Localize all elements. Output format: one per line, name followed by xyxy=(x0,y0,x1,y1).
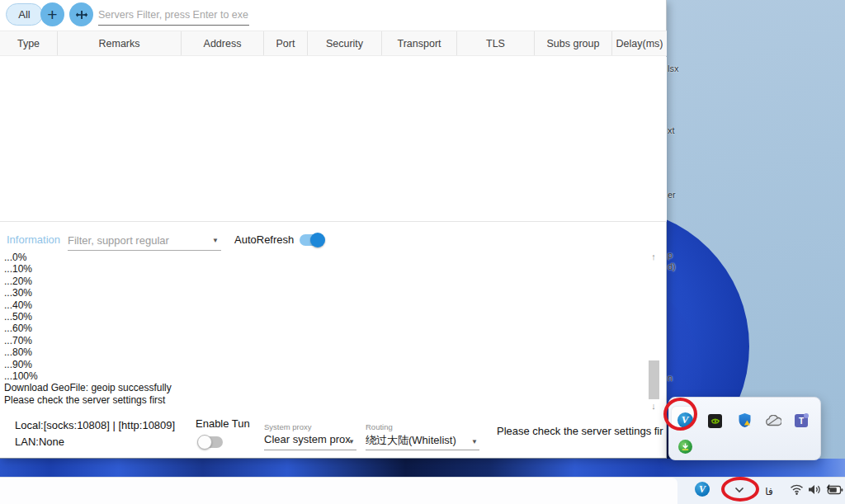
log-line: ...80% xyxy=(4,346,644,358)
column-header[interactable]: Security xyxy=(308,31,382,55)
log-line: ...60% xyxy=(4,323,644,334)
idm-icon[interactable] xyxy=(674,436,696,457)
adjust-columns-button[interactable] xyxy=(69,2,93,26)
log-line: ...40% xyxy=(4,299,644,311)
desktop-icon-label: n xyxy=(668,373,673,383)
column-header[interactable]: Delay(ms) xyxy=(612,31,667,55)
chevron-down-icon: ▼ xyxy=(212,237,219,244)
log-line: ...30% xyxy=(4,287,644,299)
autorefresh-label: AutoRefresh xyxy=(234,233,294,246)
scrollbar-down-arrow[interactable]: ↓ xyxy=(646,399,661,412)
server-list-empty[interactable] xyxy=(0,57,667,221)
teams-icon[interactable]: T xyxy=(791,410,812,431)
all-button-label: All xyxy=(18,8,30,21)
log-line: Download GeoFile: geoip successfully xyxy=(4,382,644,393)
routing-value: 绕过大陆(Whitelist) xyxy=(366,433,456,448)
taskbar-left-section xyxy=(0,478,677,504)
log-line: ...0% xyxy=(4,252,644,263)
system-proxy-value: Clear system prox xyxy=(264,433,351,445)
table-header-row: TypeRemarksAddressPortSecurityTransportT… xyxy=(0,31,667,56)
log-line: Please check the server settings first xyxy=(4,394,644,406)
onedrive-icon[interactable] xyxy=(762,410,784,431)
battery-icon[interactable] xyxy=(826,484,844,496)
taskbar xyxy=(0,477,845,504)
language-indicator[interactable]: فا xyxy=(762,485,777,497)
enable-tun-toggle[interactable] xyxy=(197,435,224,450)
routing-label: Routing xyxy=(366,422,393,431)
log-filter-input[interactable] xyxy=(68,232,203,248)
chevron-down-icon: ▼ xyxy=(471,438,478,445)
add-server-button[interactable]: + xyxy=(40,2,64,26)
screen: lsxxterpd)n All + TypeRemarksAddressPort… xyxy=(0,0,845,504)
toggle-knob xyxy=(197,435,212,450)
desktop-icon-label: p xyxy=(668,250,673,260)
log-output: ...0%...10%...20%...30%...40%...50%...60… xyxy=(4,252,644,406)
system-proxy-label: System proxy xyxy=(264,422,312,431)
annotation-circle-tray xyxy=(663,398,697,431)
autorefresh-toggle[interactable] xyxy=(299,233,325,247)
scrollbar-thumb[interactable] xyxy=(649,360,659,399)
enable-tun-label: Enable Tun xyxy=(196,417,250,430)
desktop-icon-label: xt xyxy=(668,125,675,135)
panel-divider xyxy=(0,221,667,222)
wallpaper-bottom-stripe xyxy=(0,459,845,477)
routing-dropdown[interactable]: 绕过大陆(Whitelist) ▼ xyxy=(366,431,479,450)
status-message: Please check the server settings fir xyxy=(497,425,663,437)
adjust-columns-icon xyxy=(75,8,88,21)
toggle-knob xyxy=(310,233,325,247)
desktop-icon-label: lsx xyxy=(668,64,678,73)
v2rayn-taskbar-icon[interactable]: V xyxy=(695,482,710,497)
column-header[interactable]: Subs group xyxy=(535,31,612,55)
system-proxy-dropdown[interactable]: Clear system prox ▼ xyxy=(264,431,356,450)
column-header[interactable]: Remarks xyxy=(58,31,182,55)
annotation-circle-taskbar xyxy=(721,477,759,502)
windows-security-icon[interactable] xyxy=(734,409,755,431)
wifi-icon[interactable] xyxy=(790,484,804,495)
log-filter-combobox[interactable]: ▼ xyxy=(68,230,221,251)
v2rayn-window: All + TypeRemarksAddressPortSecurityTran… xyxy=(0,0,667,459)
plus-icon: + xyxy=(47,6,57,23)
lan-info: LAN:None xyxy=(15,436,64,448)
log-line: ...100% xyxy=(4,370,644,382)
servers-filter-input[interactable] xyxy=(98,5,249,26)
scrollbar-up-arrow[interactable]: ↑ xyxy=(646,250,661,263)
column-header[interactable]: Transport xyxy=(382,31,457,55)
column-header[interactable]: Type xyxy=(0,31,58,55)
log-line: ...90% xyxy=(4,359,644,370)
desktop-icon-label: d) xyxy=(668,261,676,271)
log-line: ...70% xyxy=(4,335,644,346)
server-group-all-button[interactable]: All xyxy=(6,3,43,26)
column-header[interactable]: Address xyxy=(182,31,264,55)
tab-information[interactable]: Information xyxy=(7,233,60,246)
column-header[interactable]: TLS xyxy=(457,31,535,55)
log-line: ...50% xyxy=(4,311,644,323)
chevron-down-icon: ▼ xyxy=(348,438,355,445)
log-line: ...20% xyxy=(4,276,644,287)
desktop-icon-label: er xyxy=(668,190,676,200)
volume-icon[interactable] xyxy=(808,484,821,495)
nvidia-settings-icon[interactable] xyxy=(704,410,725,431)
local-listen-info: Local:[socks:10808] | [http:10809] xyxy=(15,419,175,431)
column-header[interactable]: Port xyxy=(264,31,308,55)
log-line: ...10% xyxy=(4,263,644,275)
